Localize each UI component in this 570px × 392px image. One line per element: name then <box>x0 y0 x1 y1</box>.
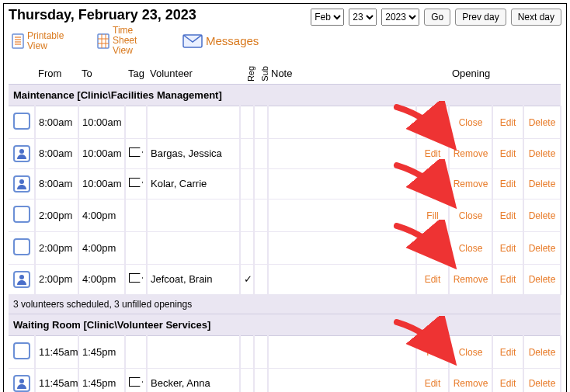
schedule-row: 8:00am10:00amKolar, CarrieEditRemoveEdit… <box>9 168 561 199</box>
tag-cell <box>125 368 147 392</box>
tag-icon <box>129 273 143 283</box>
tag-cell <box>125 335 147 368</box>
col-opening: Opening <box>449 64 492 85</box>
delete-opening-link[interactable]: Delete <box>529 243 556 254</box>
delete-opening-link[interactable]: Delete <box>529 148 556 159</box>
slot-icon[interactable] <box>13 175 30 193</box>
printable-label-2: View <box>27 40 47 51</box>
volunteer-cell: Becker, Anna <box>147 368 240 392</box>
slot-icon[interactable] <box>13 238 30 255</box>
section-summary: 3 volunteers scheduled, 3 unfilled openi… <box>9 294 561 314</box>
reg-cell <box>240 335 254 368</box>
from-cell: 2:00pm <box>35 231 78 264</box>
slot-icon[interactable] <box>13 206 30 223</box>
remove-link[interactable]: Remove <box>454 179 488 189</box>
sub-cell <box>254 106 268 138</box>
edit-link[interactable]: Edit <box>425 378 441 389</box>
volunteer-cell <box>147 231 240 264</box>
go-button[interactable]: Go <box>424 9 450 26</box>
note-cell <box>268 106 416 138</box>
col-to: To <box>78 64 125 85</box>
edit-opening-link[interactable]: Edit <box>500 117 516 128</box>
month-select[interactable]: Feb <box>311 9 344 26</box>
slot-icon[interactable] <box>13 271 30 288</box>
col-volunteer: Volunteer <box>147 64 240 85</box>
from-cell: 11:45am <box>35 335 78 368</box>
volunteer-cell <box>147 106 240 138</box>
delete-opening-link[interactable]: Delete <box>529 179 556 189</box>
delete-opening-link[interactable]: Delete <box>529 347 556 358</box>
remove-link[interactable]: Remove <box>454 378 488 389</box>
delete-opening-link[interactable]: Delete <box>529 378 556 389</box>
note-cell <box>268 199 416 231</box>
close-link[interactable]: Close <box>459 117 483 128</box>
edit-opening-link[interactable]: Edit <box>500 179 516 189</box>
reg-cell: ✓ <box>240 264 254 294</box>
delete-opening-link[interactable]: Delete <box>529 117 556 128</box>
svg-point-14 <box>19 379 24 383</box>
fill-link[interactable]: Fill <box>426 347 438 358</box>
next-day-button[interactable]: Next day <box>511 9 561 26</box>
sub-cell <box>254 264 268 294</box>
year-select[interactable]: 2023 <box>381 9 419 26</box>
note-cell <box>268 168 416 199</box>
tag-cell <box>125 264 147 294</box>
schedule-wrap: From To Tag Volunteer Reg Sub Note Openi… <box>9 64 561 392</box>
remove-link[interactable]: Remove <box>454 274 488 285</box>
to-cell: 1:45pm <box>78 368 125 392</box>
prev-day-button[interactable]: Prev day <box>455 9 506 26</box>
svg-point-12 <box>19 179 24 184</box>
slot-icon[interactable] <box>13 113 30 130</box>
to-cell: 4:00pm <box>78 231 125 264</box>
volunteer-cell: Kolar, Carrie <box>147 168 240 199</box>
to-cell: 10:00am <box>78 106 125 138</box>
time-sheet-view-link[interactable]: Time SheetView <box>97 26 159 57</box>
day-select[interactable]: 23 <box>349 9 377 26</box>
tag-cell <box>125 199 147 231</box>
edit-link[interactable]: Edit <box>425 274 441 285</box>
edit-opening-link[interactable]: Edit <box>500 148 516 159</box>
fill-link[interactable]: Fill <box>426 210 438 221</box>
delete-opening-link[interactable]: Delete <box>529 210 556 221</box>
col-reg: Reg <box>240 64 254 85</box>
messages-link[interactable]: Messages <box>182 34 259 48</box>
edit-opening-link[interactable]: Edit <box>500 274 516 285</box>
schedule-row: 8:00am10:00amFillCloseEditDelete <box>9 106 561 138</box>
fill-link[interactable]: Fill <box>426 117 438 128</box>
edit-link[interactable]: Edit <box>425 179 441 189</box>
close-link[interactable]: Close <box>459 210 483 221</box>
slot-icon[interactable] <box>13 375 30 392</box>
slot-icon[interactable] <box>13 145 30 162</box>
from-cell: 8:00am <box>35 168 78 199</box>
from-cell: 8:00am <box>35 106 78 138</box>
sub-cell <box>254 138 268 168</box>
section-title: Waiting Room [Clinic\Volunteer Services] <box>9 314 561 335</box>
slot-icon[interactable] <box>13 342 30 359</box>
fill-link[interactable]: Fill <box>426 243 438 254</box>
note-cell <box>268 264 416 294</box>
schedule-row: 2:00pm4:00pmFillCloseEditDelete <box>9 199 561 231</box>
edit-opening-link[interactable]: Edit <box>500 210 516 221</box>
remove-link[interactable]: Remove <box>454 148 488 159</box>
from-cell: 2:00pm <box>35 264 78 294</box>
reg-cell <box>240 199 254 231</box>
edit-link[interactable]: Edit <box>425 148 441 159</box>
edit-opening-link[interactable]: Edit <box>500 243 516 254</box>
edit-opening-link[interactable]: Edit <box>500 378 516 389</box>
delete-opening-link[interactable]: Delete <box>529 274 556 285</box>
schedule-row: 2:00pm4:00pmFillCloseEditDelete <box>9 231 561 264</box>
close-link[interactable]: Close <box>459 347 483 358</box>
reg-cell <box>240 231 254 264</box>
reg-cell <box>240 138 254 168</box>
volunteer-cell: Bargas, Jessica <box>147 138 240 168</box>
from-cell: 2:00pm <box>35 199 78 231</box>
edit-opening-link[interactable]: Edit <box>500 347 516 358</box>
reg-cell <box>240 106 254 138</box>
svg-rect-0 <box>12 34 23 48</box>
to-cell: 10:00am <box>78 138 125 168</box>
printable-view-link[interactable]: PrintableView <box>12 31 74 51</box>
timesheet-label-1: Time Sheet <box>113 25 137 46</box>
reg-cell <box>240 168 254 199</box>
close-link[interactable]: Close <box>459 243 483 254</box>
to-cell: 4:00pm <box>78 264 125 294</box>
